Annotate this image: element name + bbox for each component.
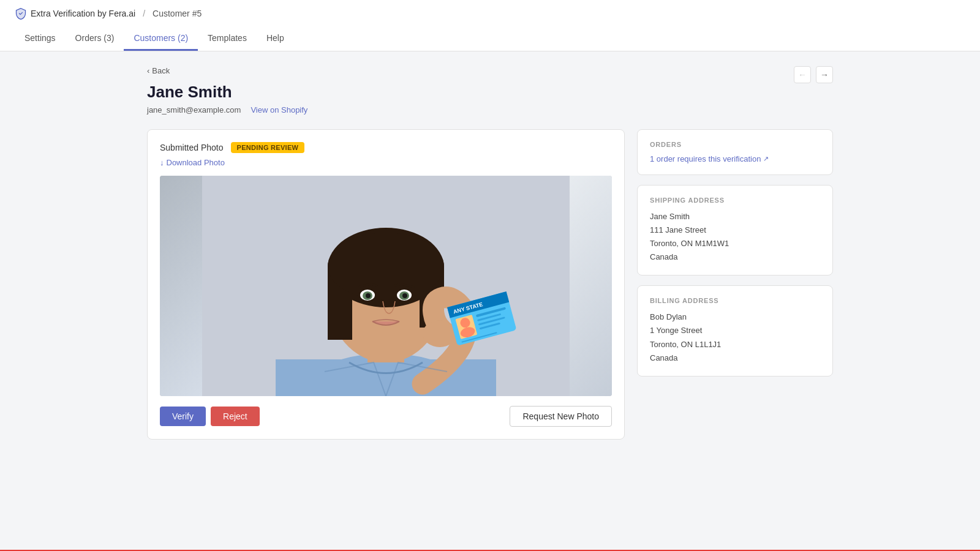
next-customer-button[interactable]: →: [816, 66, 833, 83]
svg-point-13: [366, 293, 371, 298]
arrow-left-icon: ←: [798, 70, 807, 80]
shipping-address-content: Jane Smith 111 Jane Street Toronto, ON M…: [650, 210, 820, 264]
photo-svg: ANY STATE: [160, 176, 612, 396]
order-link-text: 1 order requires this verification: [650, 154, 761, 163]
billing-name: Bob Dylan: [650, 310, 820, 324]
order-link[interactable]: 1 order requires this verification ↗: [650, 154, 820, 163]
billing-address-card: BILLING ADDRESS Bob Dylan 1 Yonge Street…: [637, 285, 833, 376]
header-left: ‹ Back Jane Smith jane_smith@example.com…: [147, 66, 307, 127]
orders-card: ORDERS 1 order requires this verificatio…: [637, 129, 833, 175]
photo-card-actions: Verify Reject Request New Photo: [160, 406, 612, 427]
shield-icon: [15, 7, 27, 20]
photo-image: ANY STATE: [160, 176, 612, 396]
svg-rect-2: [276, 359, 496, 396]
download-photo-link[interactable]: ↓ Download Photo: [160, 158, 612, 167]
prev-customer-button[interactable]: ←: [794, 66, 811, 83]
billing-city: Toronto, ON L1L1J1: [650, 338, 820, 351]
customer-meta: jane_smith@example.com View on Shopify: [147, 105, 307, 114]
shipping-city: Toronto, ON M1M1W1: [650, 237, 820, 250]
billing-address-title: BILLING ADDRESS: [650, 297, 820, 304]
svg-point-8: [328, 233, 444, 300]
submitted-photo: ANY STATE: [160, 176, 612, 396]
shipping-address-title: SHIPPING ADDRESS: [650, 197, 820, 204]
status-badge: Pending Review: [231, 142, 305, 153]
shipping-address-card: SHIPPING ADDRESS Jane Smith 111 Jane Str…: [637, 185, 833, 276]
photo-card: Submitted Photo Pending Review ↓ Downloa…: [147, 129, 625, 440]
billing-country: Canada: [650, 351, 820, 365]
external-link-icon: ↗: [763, 155, 769, 163]
photo-card-title: Submitted Photo: [160, 143, 224, 152]
verify-button[interactable]: Verify: [160, 407, 206, 426]
main-content: ‹ Back Jane Smith jane_smith@example.com…: [123, 51, 858, 454]
photo-card-header: Submitted Photo Pending Review: [160, 142, 612, 153]
content-grid: Submitted Photo Pending Review ↓ Downloa…: [147, 129, 833, 440]
breadcrumb-current: Customer #5: [153, 9, 202, 18]
arrow-right-icon: →: [820, 70, 829, 80]
app-title: Extra Verification by Fera.ai: [31, 9, 135, 18]
reject-button[interactable]: Reject: [211, 407, 260, 426]
customer-email: jane_smith@example.com: [147, 105, 241, 114]
chevron-left-icon: ‹: [147, 66, 149, 75]
billing-street: 1 Yonge Street: [650, 324, 820, 337]
shipping-name: Jane Smith: [650, 210, 820, 223]
tab-templates[interactable]: Templates: [198, 27, 257, 51]
nav-arrows: ← →: [794, 66, 833, 83]
side-panel: ORDERS 1 order requires this verificatio…: [637, 129, 833, 377]
tab-settings[interactable]: Settings: [15, 27, 66, 51]
header-top: Extra Verification by Fera.ai / Customer…: [0, 0, 980, 27]
request-new-photo-button[interactable]: Request New Photo: [510, 406, 612, 427]
shipping-country: Canada: [650, 250, 820, 264]
view-shopify-link[interactable]: View on Shopify: [251, 105, 307, 114]
tab-customers[interactable]: Customers (2): [124, 27, 198, 51]
tab-orders[interactable]: Orders (3): [66, 27, 124, 51]
page-header: ‹ Back Jane Smith jane_smith@example.com…: [147, 66, 833, 127]
nav-tabs: Settings Orders (3) Customers (2) Templa…: [0, 27, 980, 51]
customer-name: Jane Smith: [147, 83, 307, 102]
app-logo: Extra Verification by Fera.ai: [15, 7, 135, 20]
svg-point-14: [402, 293, 407, 298]
billing-address-content: Bob Dylan 1 Yonge Street Toronto, ON L1L…: [650, 310, 820, 364]
orders-card-title: ORDERS: [650, 141, 820, 148]
header: Extra Verification by Fera.ai / Customer…: [0, 0, 980, 51]
back-label: Back: [152, 66, 170, 75]
download-icon: ↓: [160, 158, 164, 167]
shipping-street: 111 Jane Street: [650, 223, 820, 237]
tab-help[interactable]: Help: [257, 27, 294, 51]
back-button[interactable]: ‹ Back: [147, 66, 307, 75]
breadcrumb-separator: /: [143, 9, 145, 18]
download-label: Download Photo: [167, 158, 225, 167]
primary-actions: Verify Reject: [160, 407, 260, 426]
